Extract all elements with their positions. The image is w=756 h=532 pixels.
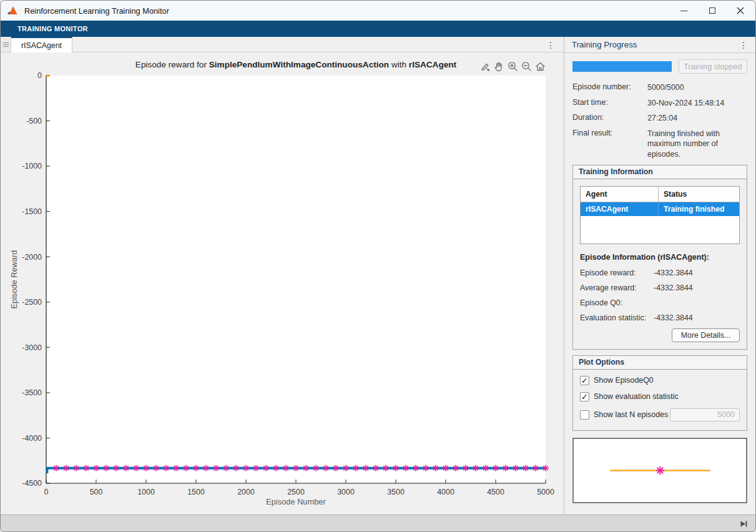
reward-plot[interactable]: 0500100015002000250030003500400045005000… <box>1 52 565 515</box>
maximize-icon <box>709 7 715 14</box>
tab-strip-menu-button[interactable]: ⋮ <box>546 37 555 52</box>
pan-icon <box>493 61 505 72</box>
agent-cell: rISACAgent <box>581 202 659 217</box>
episode-number-row: Episode number: 5000/5000 <box>572 82 747 93</box>
window-title: Reinforcement Learning Training Monitor <box>24 6 169 16</box>
svg-text:-2000: -2000 <box>22 253 42 262</box>
more-details-button[interactable]: More Details... <box>672 328 740 342</box>
hamburger-icon <box>3 42 9 43</box>
show-evaluation-statistic-checkbox[interactable]: ✓ <box>580 392 589 401</box>
kebab-icon: ⋮ <box>739 40 748 50</box>
document-area: rISACAgent ⋮ 050010001500200025003000350… <box>1 37 564 515</box>
brush-button[interactable] <box>479 60 491 72</box>
progress-row: Training stopped <box>572 59 747 74</box>
svg-text:2000: 2000 <box>237 488 255 496</box>
tab-rlsacagent[interactable]: rISACAgent <box>11 37 72 52</box>
agent-column-header: Agent <box>581 187 659 202</box>
status-column-header: Status <box>658 187 739 202</box>
minimize-icon <box>680 11 687 11</box>
status-bar <box>1 515 755 532</box>
expand-statusbar-button[interactable] <box>739 520 748 528</box>
tab-strip: rISACAgent ⋮ <box>1 37 564 52</box>
svg-text:-1000: -1000 <box>22 162 42 170</box>
svg-text:1500: 1500 <box>187 488 205 496</box>
pan-button[interactable] <box>493 60 505 72</box>
panel-body: Training stopped Episode number: 5000/50… <box>564 53 755 515</box>
final-result-row: Final result: Training finished with max… <box>572 129 747 160</box>
episode-reward-row: Episode reward: -4332.3844 <box>580 268 740 277</box>
svg-text:0: 0 <box>37 71 42 80</box>
svg-text:-1500: -1500 <box>22 207 42 216</box>
window-controls <box>670 1 754 21</box>
close-icon <box>737 7 744 14</box>
minimize-button[interactable] <box>670 1 698 21</box>
brush-icon <box>479 61 491 72</box>
main-area: rISACAgent ⋮ 050010001500200025003000350… <box>1 37 755 515</box>
title-bar: Reinforcement Learning Training Monitor <box>1 1 755 21</box>
svg-text:Episode Reward: Episode Reward <box>9 250 19 309</box>
training-information-box: Training Information Agent Status rISACA… <box>572 165 747 350</box>
svg-text:-4500: -4500 <box>22 479 42 488</box>
show-episodeq0-checkbox[interactable]: ✓ <box>580 376 589 385</box>
table-header-row: Agent Status <box>581 187 740 202</box>
ribbon: TRAINING MONITOR <box>1 21 755 37</box>
home-icon <box>534 61 546 72</box>
svg-text:5000: 5000 <box>537 488 554 496</box>
plot-options-box: Plot Options ✓ Show EpisodeQ0 ✓ Show eva… <box>572 355 747 431</box>
show-episodeq0-option: ✓ Show EpisodeQ0 <box>580 376 740 385</box>
svg-text:-4000: -4000 <box>22 434 42 443</box>
average-reward-row: Average reward: -4332.3844 <box>580 283 740 292</box>
maximize-button[interactable] <box>698 1 726 21</box>
panel-menu-button[interactable]: ⋮ <box>739 40 748 50</box>
status-cell: Training finished <box>658 202 739 217</box>
tab-drag-handle[interactable] <box>1 37 11 52</box>
svg-text:2500: 2500 <box>287 488 305 496</box>
plot-options-title: Plot Options <box>573 356 747 370</box>
svg-text:500: 500 <box>90 488 103 496</box>
zoom-out-button[interactable] <box>520 60 533 72</box>
episode-q0-row: Episode Q0: <box>580 298 740 307</box>
evaluation-statistic-row: Evaluation statistic: -4332.3844 <box>580 313 740 322</box>
svg-text:4000: 4000 <box>437 488 454 496</box>
svg-text:-3000: -3000 <box>22 343 42 352</box>
show-last-n-episodes-checkbox[interactable] <box>580 410 589 420</box>
svg-text:-3500: -3500 <box>22 388 42 397</box>
plot-preview-box <box>572 438 747 503</box>
zoom-in-icon <box>507 61 519 72</box>
start-time-row: Start time: 30-Nov-2024 15:48:14 <box>572 98 747 109</box>
panel-header: Training Progress ⋮ <box>564 37 755 53</box>
tab-label: rISACAgent <box>21 41 62 50</box>
svg-text:Episode Number: Episode Number <box>266 497 326 506</box>
chart-title: Episode reward for SimplePendlumWithImag… <box>46 60 546 69</box>
show-evaluation-statistic-option: ✓ Show evaluation statistic <box>580 392 740 401</box>
play-icon <box>741 521 746 527</box>
training-summary: Episode number: 5000/5000 Start time: 30… <box>572 82 747 159</box>
ribbon-tab-label: TRAINING MONITOR <box>17 25 88 32</box>
svg-text:-500: -500 <box>26 117 42 126</box>
show-last-n-episodes-option: Show last N episodes <box>580 408 740 421</box>
training-information-title: Training Information <box>573 165 747 179</box>
progress-bar <box>572 61 672 72</box>
svg-text:0: 0 <box>44 488 49 496</box>
svg-text:3500: 3500 <box>387 488 405 496</box>
training-stopped-button[interactable]: Training stopped <box>679 59 747 74</box>
duration-row: Duration: 27:25:04 <box>572 113 747 124</box>
plot-preview <box>574 439 747 502</box>
restore-view-button[interactable] <box>534 60 546 72</box>
progress-fill <box>572 61 672 72</box>
svg-text:1000: 1000 <box>137 488 155 496</box>
chart-pane: 0500100015002000250030003500400045005000… <box>1 52 564 515</box>
episode-information-title: Episode Information (rISACAgent): <box>580 253 740 262</box>
svg-text:-2500: -2500 <box>22 298 42 307</box>
zoom-out-icon <box>521 61 533 72</box>
app-window: Reinforcement Learning Training Monitor … <box>0 0 756 532</box>
agent-status-table: Agent Status rISACAgent Training finishe… <box>580 186 740 244</box>
axes-toolbar <box>479 60 546 72</box>
table-empty-row <box>581 216 740 244</box>
table-row[interactable]: rISACAgent Training finished <box>581 202 740 217</box>
last-n-episodes-input[interactable] <box>670 408 740 421</box>
close-button[interactable] <box>726 1 754 21</box>
matlab-logo-icon <box>7 5 19 16</box>
zoom-in-button[interactable] <box>506 60 519 72</box>
kebab-icon: ⋮ <box>546 40 555 50</box>
